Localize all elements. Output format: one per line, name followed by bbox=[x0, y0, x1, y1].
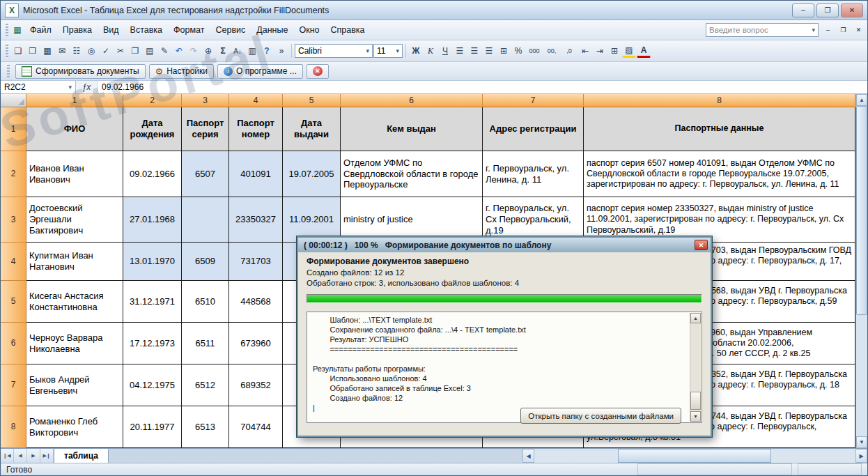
sort-ascending-button[interactable]: А↓ bbox=[231, 44, 245, 58]
copy-button[interactable]: ❐ bbox=[128, 44, 142, 58]
cell-r2c5[interactable]: 19.07.2005 bbox=[283, 151, 341, 197]
fill-color-button[interactable]: ▨ bbox=[622, 44, 636, 58]
header-cell[interactable]: Паспортные данные bbox=[584, 107, 855, 151]
cell-r8c1[interactable]: Романенко Глеб Викторович bbox=[26, 406, 123, 448]
header-cell[interactable]: Дата выдачи bbox=[283, 107, 341, 151]
log-area[interactable]: Шаблон: ...\TEXT template.txt Сохранение… bbox=[307, 312, 702, 423]
align-right-button[interactable]: ☰ bbox=[482, 44, 496, 58]
row-header-4[interactable]: 4 bbox=[1, 243, 26, 281]
redo-button[interactable]: ↷ bbox=[187, 44, 201, 58]
formula-input[interactable]: 09.02.1966 bbox=[98, 81, 867, 93]
cell-r5c2[interactable]: 31.12.1971 bbox=[123, 281, 182, 323]
tab-first-button[interactable]: ❙◀ bbox=[1, 449, 14, 463]
underline-button[interactable]: Ч bbox=[438, 44, 452, 58]
scroll-down-button[interactable]: ▼ bbox=[690, 411, 701, 422]
menu-item[interactable]: Справка bbox=[325, 22, 371, 38]
maximize-button[interactable]: ❐ bbox=[816, 3, 839, 17]
header-cell[interactable]: Паспорт номер bbox=[229, 107, 283, 151]
menu-item[interactable]: Окно bbox=[293, 22, 325, 38]
scroll-down-button[interactable]: ▼ bbox=[856, 436, 867, 448]
autosum-button[interactable]: Σ bbox=[216, 44, 230, 58]
dialog-title-bar[interactable]: ( 00:00:12 ) 100 % Формирование документ… bbox=[298, 238, 711, 252]
menu-item[interactable]: Правка bbox=[57, 22, 98, 38]
question-box[interactable]: Введите вопрос ▾ bbox=[706, 23, 819, 37]
print-button[interactable]: ☷ bbox=[70, 44, 84, 58]
window-close-small-button[interactable]: ✕ bbox=[853, 24, 865, 36]
scroll-right-button[interactable]: ▶ bbox=[855, 449, 867, 463]
header-cell[interactable]: Паспорт серия bbox=[182, 107, 229, 151]
header-cell[interactable]: Адрес регистрации bbox=[483, 107, 584, 151]
menu-item[interactable]: Формат bbox=[168, 22, 210, 38]
cell-r6c4[interactable]: 673960 bbox=[229, 323, 283, 364]
header-cell[interactable]: Дата рождения bbox=[123, 107, 182, 151]
comma-style-button[interactable]: 000 bbox=[526, 44, 543, 58]
stop-button[interactable]: ✕ bbox=[307, 64, 329, 79]
cell-r5c3[interactable]: 6510 bbox=[182, 281, 229, 323]
font-name-select[interactable]: Calibri ▾ bbox=[295, 44, 373, 58]
cell-r5c4[interactable]: 448568 bbox=[229, 281, 283, 323]
email-button[interactable]: ✉ bbox=[55, 44, 69, 58]
cell-r8c4[interactable]: 704744 bbox=[229, 406, 283, 448]
undo-button[interactable]: ↶ bbox=[172, 44, 186, 58]
scrollbar-track[interactable] bbox=[690, 323, 701, 411]
new-document-button[interactable]: ❏ bbox=[11, 44, 25, 58]
insert-function-button[interactable]: ƒx bbox=[76, 81, 98, 93]
row-header-2[interactable]: 2 bbox=[1, 151, 26, 197]
chart-wizard-button[interactable]: ▥ bbox=[245, 44, 259, 58]
cell-r6c1[interactable]: Черноус Варвара Николаевна bbox=[26, 323, 123, 364]
row-header-5[interactable]: 5 bbox=[1, 281, 26, 323]
open-folder-button[interactable]: Открыть папку с созданными файлами bbox=[520, 408, 681, 424]
paste-button[interactable]: ▤ bbox=[143, 44, 157, 58]
cell-r7c3[interactable]: 6512 bbox=[182, 364, 229, 406]
about-button[interactable]: i О программе ... bbox=[217, 64, 303, 79]
font-size-select[interactable]: 11 ▾ bbox=[373, 44, 403, 58]
italic-button[interactable]: К bbox=[424, 44, 437, 58]
toolbar-grip[interactable] bbox=[7, 65, 10, 77]
cell-r3c1[interactable]: Достоевский Эргешали Бактиярович bbox=[26, 197, 123, 243]
format-painter-button[interactable]: ✎ bbox=[157, 44, 171, 58]
scrollbar-track[interactable] bbox=[534, 449, 855, 463]
increase-decimal-button[interactable]: 00, bbox=[543, 44, 560, 58]
column-header-4[interactable]: 4 bbox=[229, 94, 283, 107]
vertical-scrollbar[interactable]: ▲ ▼ bbox=[855, 94, 867, 448]
cell-r4c1[interactable]: Купитман Иван Натанович bbox=[26, 243, 123, 281]
merge-center-button[interactable]: ⊞ bbox=[497, 44, 511, 58]
cell-r2c8[interactable]: паспорт серия 6507 номер 401091, выдан О… bbox=[584, 151, 855, 197]
hyperlink-button[interactable]: ⊕ bbox=[201, 44, 215, 58]
window-minimize-small-button[interactable]: – bbox=[822, 24, 834, 36]
cell-r4c3[interactable]: 6509 bbox=[182, 243, 229, 281]
cell-r2c6[interactable]: Отделом УФМС по Свердловской области в г… bbox=[341, 151, 483, 197]
minimize-button[interactable]: – bbox=[792, 3, 814, 17]
cell-r2c3[interactable]: 6507 bbox=[182, 151, 229, 197]
row-header-6[interactable]: 6 bbox=[1, 323, 26, 364]
header-cell[interactable]: ФИО bbox=[26, 107, 123, 151]
cell-r2c1[interactable]: Иванов Иван Иванович bbox=[26, 151, 123, 197]
tab-next-button[interactable]: ▶ bbox=[27, 449, 40, 463]
sheet-tab[interactable]: таблица bbox=[54, 449, 109, 463]
horizontal-scrollbar[interactable]: ◀ ▶ bbox=[522, 449, 867, 463]
menu-item[interactable]: Данные bbox=[251, 22, 293, 38]
save-button[interactable]: ▦ bbox=[40, 44, 54, 58]
name-box[interactable]: R2C2 ▾ bbox=[1, 81, 76, 93]
column-header-6[interactable]: 6 bbox=[341, 94, 483, 107]
scroll-up-button[interactable]: ▲ bbox=[690, 313, 701, 323]
close-button[interactable]: ✕ bbox=[841, 3, 863, 17]
cell-r8c2[interactable]: 20.11.1977 bbox=[123, 406, 182, 448]
cell-r5c1[interactable]: Кисегач Анстасия Константиновна bbox=[26, 281, 123, 323]
decrease-indent-button[interactable]: ⇤ bbox=[578, 44, 592, 58]
cell-r4c4[interactable]: 731703 bbox=[229, 243, 283, 281]
help-button[interactable]: ? bbox=[260, 44, 274, 58]
tab-prev-button[interactable]: ◀ bbox=[14, 449, 27, 463]
column-header-2[interactable]: 2 bbox=[123, 94, 182, 107]
open-button[interactable]: ❒ bbox=[26, 44, 40, 58]
scrollbar-thumb[interactable] bbox=[618, 449, 771, 463]
percent-style-button[interactable]: % bbox=[511, 44, 525, 58]
column-header-8[interactable]: 8 bbox=[584, 94, 855, 107]
scrollbar-track[interactable] bbox=[856, 106, 867, 436]
cell-r2c7[interactable]: г. Первоуральск, ул. Ленина, д. 11 bbox=[483, 151, 584, 197]
increase-indent-button[interactable]: ⇥ bbox=[593, 44, 607, 58]
menu-item[interactable]: Файл bbox=[24, 22, 57, 38]
cell-r2c2[interactable]: 09.02.1966 bbox=[123, 151, 182, 197]
generate-documents-button[interactable]: Сформировать документы bbox=[15, 64, 146, 79]
cell-r6c2[interactable]: 17.12.1973 bbox=[123, 323, 182, 364]
